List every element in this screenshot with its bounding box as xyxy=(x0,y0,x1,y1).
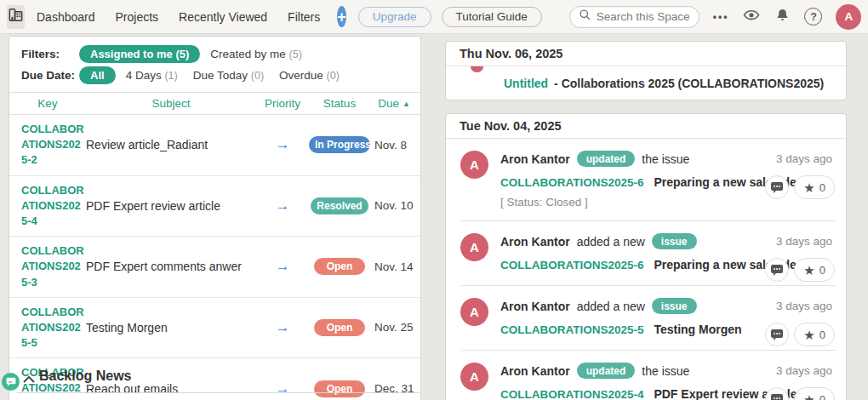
user-avatar[interactable]: A xyxy=(836,4,861,30)
column-header-subject[interactable]: Subject xyxy=(86,97,256,110)
comment-button[interactable] xyxy=(765,323,789,346)
star-button[interactable]: ★0 xyxy=(794,387,835,400)
table-row[interactable]: COLLABORATIONS2025-2 Review article_Radi… xyxy=(9,115,420,176)
nav-item-filters[interactable]: Filters xyxy=(288,10,320,24)
search-input[interactable] xyxy=(597,10,690,23)
priority-normal-icon: → xyxy=(256,197,309,214)
tutorial-guide-button[interactable]: Tutorial Guide xyxy=(442,7,542,27)
chip-count: (1) xyxy=(164,70,177,82)
comment-button[interactable] xyxy=(765,175,789,199)
status-badge: In Progress xyxy=(309,136,370,153)
priority-normal-icon: → xyxy=(256,258,309,275)
due-chip-due-today[interactable]: Due Today (0) xyxy=(193,69,264,82)
due-date: Nov. 8 xyxy=(370,139,420,151)
user-name[interactable]: Aron Kantor xyxy=(500,300,570,313)
star-count: 0 xyxy=(819,181,825,194)
entry-action-line: Aron Kantor added a new issue 3 days ago xyxy=(500,233,832,249)
due-date: Nov. 14 xyxy=(370,260,420,273)
add-button[interactable]: + xyxy=(337,6,346,27)
timestamp: 3 days ago xyxy=(776,152,832,165)
filters-row: Filters: Assigned to me (5) Created by m… xyxy=(21,43,420,65)
star-button[interactable]: ★0 xyxy=(794,323,835,346)
avatar: A xyxy=(460,363,488,391)
chip-label: Due Today xyxy=(193,69,248,82)
user-name[interactable]: Aron Kantor xyxy=(500,152,570,166)
search-icon xyxy=(579,9,591,25)
filter-chip-assigned-to-me[interactable]: Assigned to me (5) xyxy=(79,45,200,63)
news-divider xyxy=(17,392,420,393)
nav-item-projects[interactable]: Projects xyxy=(116,10,159,24)
issue-subject[interactable]: Testing Morgen xyxy=(86,321,256,334)
issue-subject[interactable]: PDF Expert comments anwer xyxy=(86,260,256,273)
issue-key-link[interactable]: COLLABORATIONS2025-5 xyxy=(9,305,84,351)
day-header: Thu Nov. 06, 2025 xyxy=(446,42,846,66)
priority-normal-icon: → xyxy=(256,319,309,336)
activity-entry[interactable]: A Aron Kantor added a new issue 3 days a… xyxy=(446,221,846,286)
issue-subject[interactable]: PDF Expert review article xyxy=(86,199,256,213)
entry-actions: ★0 xyxy=(765,175,835,199)
entry-actions: ★0 xyxy=(765,258,835,282)
due-date: Nov. 10 xyxy=(370,199,420,212)
activity-item[interactable]: Untitled - Collaborations 2025 (COLLABOR… xyxy=(446,66,846,100)
table-row[interactable]: COLLABORATIONS2025-4 PDF Expert review a… xyxy=(9,176,420,237)
comment-button[interactable] xyxy=(765,258,789,282)
column-header-status[interactable]: Status xyxy=(309,97,370,110)
status-badge: Resolved xyxy=(311,197,368,214)
collapse-chevron-up-icon[interactable] xyxy=(23,372,35,387)
space-home-button[interactable] xyxy=(7,5,25,29)
entry-action-line: Aron Kantor added a new issue 3 days ago xyxy=(500,298,832,314)
due-chip-overdue[interactable]: Overdue (0) xyxy=(279,69,340,82)
search-box[interactable] xyxy=(569,6,700,28)
watch-eye-icon[interactable] xyxy=(742,8,761,26)
action-text: added a new xyxy=(577,300,645,313)
action-text: the issue xyxy=(642,152,689,166)
nav-item-recently-viewed[interactable]: Recently Viewed xyxy=(179,10,267,24)
upgrade-button[interactable]: Upgrade xyxy=(358,7,431,27)
activity-entry[interactable]: A Aron Kantor updated the issue 3 days a… xyxy=(446,351,846,400)
table-row[interactable]: COLLABORATIONS2025-5 Testing Morgen → Op… xyxy=(9,298,420,359)
activity-entry[interactable]: A Aron Kantor added a new issue 3 days a… xyxy=(446,286,846,351)
column-header-key[interactable]: Key xyxy=(9,97,86,110)
user-name[interactable]: Aron Kantor xyxy=(500,235,570,249)
due-chip-all[interactable]: All xyxy=(79,66,116,84)
top-navbar: Dashboard Projects Recently Viewed Filte… xyxy=(0,0,868,34)
issue-key-link[interactable]: COLLABORATIONS2025-3 xyxy=(9,243,84,290)
help-icon[interactable]: ? xyxy=(804,8,822,26)
entry-action-line: Aron Kantor updated the issue 3 days ago xyxy=(500,363,832,379)
issues-card: Filters: Assigned to me (5) Created by m… xyxy=(9,36,421,400)
star-icon: ★ xyxy=(803,181,814,194)
column-header-due[interactable]: Due▲ xyxy=(370,97,420,110)
filter-chip-created-by-me[interactable]: Created by me (5) xyxy=(210,48,302,60)
comment-icon xyxy=(771,182,783,193)
priority-normal-icon: → xyxy=(256,380,309,397)
star-button[interactable]: ★0 xyxy=(794,258,835,282)
action-badge: issue xyxy=(652,298,697,314)
user-name[interactable]: Aron Kantor xyxy=(500,364,570,378)
comment-button[interactable] xyxy=(765,387,789,400)
chip-label: 4 Days xyxy=(126,69,162,82)
overflow-menu-icon[interactable]: ••• xyxy=(713,11,729,23)
issue-subject[interactable]: Review article_Radiant xyxy=(86,138,256,151)
activity-entry[interactable]: A Aron Kantor updated the issue 3 days a… xyxy=(446,139,846,221)
issue-key-link[interactable]: COLLABORATIONS2025-5 xyxy=(500,323,644,336)
chat-widget-button[interactable] xyxy=(2,373,20,391)
column-header-priority[interactable]: Priority xyxy=(256,97,309,110)
issue-key-link[interactable]: COLLABORATIONS2025-6 xyxy=(500,176,644,189)
entry-actions: ★0 xyxy=(765,387,835,400)
wiki-link[interactable]: Untitled xyxy=(504,77,548,90)
chip-label: Created by me xyxy=(210,48,286,60)
issue-key-link[interactable]: COLLABORATIONS2025-4 xyxy=(9,183,84,230)
issue-key-link[interactable]: COLLABORATIONS2025-6 xyxy=(500,259,644,271)
notifications-bell-icon[interactable] xyxy=(774,7,791,27)
issue-key-link[interactable]: COLLABORATIONS2025-2 xyxy=(9,122,84,169)
issue-key-link[interactable]: COLLABORATIONS2025-4 xyxy=(500,388,644,400)
chip-label: Overdue xyxy=(279,69,323,82)
day-header: Tue Nov. 04, 2025 xyxy=(446,114,846,139)
status-cell: Open xyxy=(309,380,370,397)
table-row[interactable]: COLLABORATIONS2025-3 PDF Expert comments… xyxy=(9,237,420,298)
star-button[interactable]: ★0 xyxy=(794,175,835,199)
due-chip-4-days[interactable]: 4 Days (1) xyxy=(126,69,178,82)
filters-block: Filters: Assigned to me (5) Created by m… xyxy=(9,37,420,92)
nav-item-dashboard[interactable]: Dashboard xyxy=(37,10,95,24)
status-cell: Open xyxy=(309,258,370,275)
